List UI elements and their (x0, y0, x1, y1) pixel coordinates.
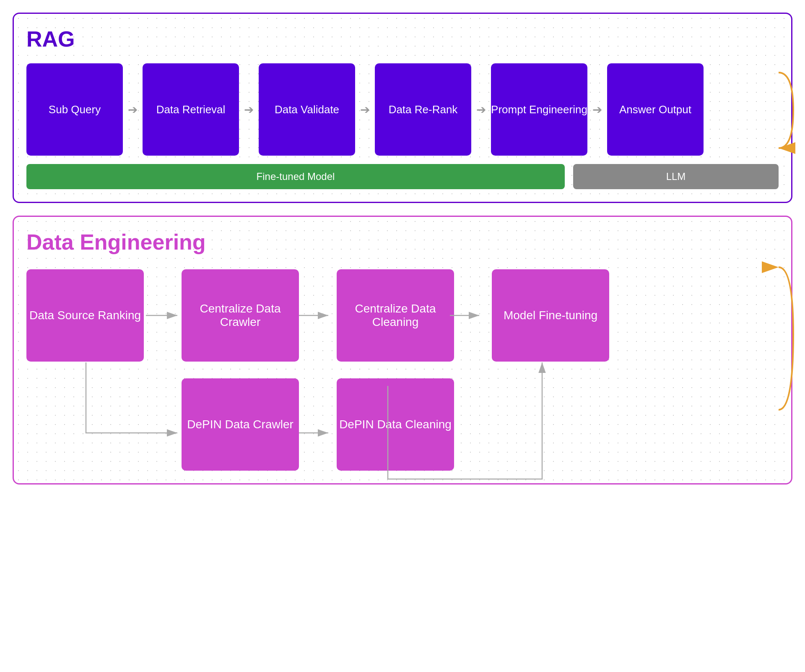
rag-content: Sub Query ➔ Data Retrieval ➔ Data Valida… (26, 63, 779, 189)
de-title: Data Engineering (26, 229, 779, 255)
llm-bar: LLM (573, 164, 779, 189)
rag-box-answer-output: Answer Output (607, 63, 704, 156)
de-feedback-arrow-svg (774, 259, 797, 418)
rag-bottom-bars: Fine-tuned Model LLM (26, 164, 779, 189)
de-box-centralize-data-cleaning: Centralize Data Cleaning (337, 269, 454, 362)
rag-section: RAG Sub Query ➔ Data Retrieval ➔ Data Va… (13, 13, 792, 203)
de-box-model-fine-tuning: Model Fine-tuning (492, 269, 609, 362)
de-box-depin-data-cleaning: DePIN Data Cleaning (337, 378, 454, 471)
arrow-4: ➔ (471, 103, 491, 117)
de-box-centralize-data-crawler: Centralize Data Crawler (182, 269, 299, 362)
rag-flow: Sub Query ➔ Data Retrieval ➔ Data Valida… (26, 63, 779, 156)
rag-feedback-arrow-svg (774, 64, 797, 156)
main-container: RAG Sub Query ➔ Data Retrieval ➔ Data Va… (13, 13, 792, 484)
de-section: Data Engineering (13, 216, 792, 484)
arrow-2: ➔ (239, 103, 259, 117)
fine-tuned-model-bar: Fine-tuned Model (26, 164, 565, 189)
rag-title: RAG (26, 26, 779, 52)
rag-box-prompt-engineering: Prompt Engineering (491, 63, 587, 156)
arrow-1: ➔ (123, 103, 143, 117)
arrow-5: ➔ (587, 103, 607, 117)
rag-box-data-rerank: Data Re-Rank (375, 63, 471, 156)
rag-box-data-retrieval: Data Retrieval (143, 63, 239, 156)
de-bottom-row: DePIN Data Crawler DePIN Data Cleaning (26, 378, 779, 471)
de-box-data-source-ranking: Data Source Ranking (26, 269, 144, 362)
de-box-depin-data-crawler: DePIN Data Crawler (182, 378, 299, 471)
rag-box-data-validate: Data Validate (259, 63, 355, 156)
de-top-row: Data Source Ranking Centralize Data Craw… (26, 269, 779, 362)
arrow-3: ➔ (355, 103, 375, 117)
rag-box-sub-query: Sub Query (26, 63, 123, 156)
de-rows-wrapper: Data Source Ranking Centralize Data Craw… (26, 269, 779, 471)
